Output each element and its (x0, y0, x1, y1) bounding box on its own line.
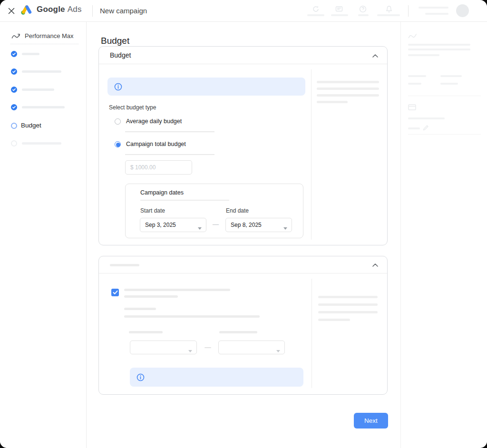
step-label-skeleton (22, 142, 61, 145)
info-icon (136, 373, 145, 381)
budget-card-title: Budget (110, 51, 131, 59)
field-label-skeleton (129, 331, 163, 333)
radio-campaign-total-budget[interactable]: Campaign total budget (115, 141, 186, 147)
radio-label[interactable]: Average daily budget (126, 118, 182, 125)
topbar-divider (92, 5, 93, 17)
brand-text: GoogleAds (37, 5, 82, 14)
help-text-skeleton (317, 101, 348, 103)
empty-end-select[interactable] (218, 341, 285, 354)
empty-start-select[interactable] (130, 341, 197, 354)
step-budget-active[interactable]: Budget (0, 123, 87, 132)
budget-card-header: Budget (99, 47, 387, 64)
range-separator (205, 347, 211, 348)
help-text-skeleton (318, 303, 378, 306)
option-text-skeleton (124, 289, 230, 291)
select-budget-type-label: Select budget type (109, 104, 156, 111)
step-completed-2[interactable] (0, 68, 87, 78)
step-completed-3[interactable] (0, 87, 87, 96)
help-text-skeleton (318, 319, 350, 321)
secondary-info-banner (130, 368, 303, 387)
step-completed-4[interactable] (0, 104, 87, 114)
summary-text-skeleton (408, 54, 439, 56)
payment-text-skeleton (408, 117, 445, 119)
campaign-type: Performance Max (11, 32, 74, 39)
feedback-icon[interactable] (335, 5, 343, 13)
sidebar-divider (10, 44, 78, 44)
stat-label-skeleton (440, 75, 462, 77)
budget-info-banner (107, 78, 305, 96)
help-text-skeleton (318, 311, 378, 313)
stat-value-skeleton (408, 83, 421, 85)
option-text-skeleton (124, 295, 178, 298)
edit-pencil-icon[interactable] (423, 124, 429, 130)
stat-label-skeleton (408, 75, 426, 77)
end-date-value: Sep 8, 2025 (231, 222, 262, 228)
brand-ads: Ads (68, 5, 82, 14)
panel-divider (408, 134, 481, 135)
card-column-divider (311, 69, 312, 240)
option-text-skeleton (124, 315, 260, 318)
check-circle-icon (11, 51, 17, 57)
start-date-value: Sep 3, 2025 (145, 222, 176, 228)
option-text-skeleton (124, 308, 156, 310)
feedback-label-skeleton (331, 14, 348, 16)
refresh-icon[interactable] (312, 5, 320, 13)
radio-helper-skeleton (125, 154, 214, 155)
summary-panel (400, 22, 487, 448)
secondary-card-header (99, 256, 387, 273)
help-text-skeleton (318, 296, 378, 298)
start-date-label: Start date (140, 207, 165, 214)
card-title-skeleton (110, 264, 139, 266)
end-date-select[interactable]: Sep 8, 2025 (225, 218, 292, 232)
caret-down-icon (198, 224, 202, 227)
step-label-skeleton (22, 53, 39, 55)
performance-chart-icon (408, 32, 417, 39)
caret-down-icon (276, 347, 280, 350)
step-completed-1[interactable] (0, 51, 87, 60)
main-content: Budget Budget Select budget type (87, 22, 400, 448)
info-icon (114, 83, 122, 91)
card-column-divider (312, 279, 312, 388)
topbar-divider (408, 5, 409, 17)
close-icon[interactable] (8, 7, 15, 15)
caret-down-icon (188, 347, 192, 350)
radio-label[interactable]: Campaign total budget (126, 141, 186, 147)
step-label-skeleton (22, 106, 65, 108)
top-bar: GoogleAds New campaign (0, 0, 487, 22)
avatar[interactable] (456, 4, 469, 17)
budget-amount-input[interactable] (125, 160, 192, 175)
step-future-1[interactable] (0, 140, 87, 150)
active-step-label: Budget (21, 122, 41, 129)
step-label-skeleton (22, 88, 54, 91)
notifications-label-skeleton (377, 14, 400, 16)
refresh-label-skeleton (307, 14, 324, 16)
radio-selected-icon[interactable] (115, 141, 121, 147)
google-ads-logo: GoogleAds (21, 4, 82, 15)
help-icon[interactable] (359, 5, 367, 13)
check-circle-icon (11, 104, 17, 110)
notifications-icon[interactable] (385, 5, 393, 13)
future-step-circle-icon (11, 140, 17, 146)
active-step-radio-icon (11, 123, 17, 129)
summary-text-skeleton (408, 49, 470, 50)
campaign-page-title: New campaign (100, 7, 147, 15)
dates-helper-skeleton (140, 200, 229, 201)
panel-divider (408, 96, 481, 96)
chevron-up-icon[interactable] (370, 260, 380, 270)
chevron-up-icon[interactable] (370, 50, 380, 61)
summary-text-skeleton (408, 44, 470, 46)
help-text-skeleton (317, 88, 379, 90)
next-button[interactable]: Next (354, 413, 388, 429)
campaign-dates-title: Campaign dates (140, 189, 184, 196)
radio-unselected-icon[interactable] (115, 118, 121, 125)
brand-google: Google (37, 5, 65, 14)
checkbox-checked-icon[interactable] (111, 289, 119, 296)
help-text-skeleton (317, 94, 379, 97)
field-label-skeleton (219, 331, 257, 333)
campaign-type-label: Performance Max (25, 32, 74, 39)
budget-card: Budget Select budget type Average daily … (98, 46, 388, 245)
help-text-skeleton (317, 81, 379, 83)
radio-average-daily-budget[interactable]: Average daily budget (115, 118, 182, 125)
app-window: GoogleAds New campaign (0, 0, 487, 448)
start-date-select[interactable]: Sep 3, 2025 (140, 218, 206, 232)
